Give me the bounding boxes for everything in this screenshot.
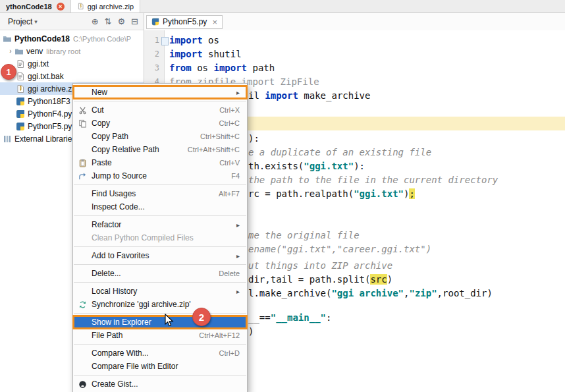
menu-item-label: Refactor bbox=[92, 220, 121, 229]
text-icon bbox=[16, 59, 25, 69]
locate-file-icon[interactable]: ⊕ bbox=[92, 17, 99, 26]
menu-item-local-history[interactable]: Local History▸ bbox=[73, 285, 247, 298]
menu-item-label: Copy Relative Path bbox=[92, 145, 159, 154]
window-tab-label: ythonCode18 bbox=[6, 3, 52, 11]
paste-icon bbox=[77, 158, 88, 167]
menu-item-label: Copy Path bbox=[92, 132, 128, 141]
tree-item-label: PythonCode18 bbox=[14, 34, 70, 43]
menu-item-paste[interactable]: PasteCtrl+V bbox=[73, 156, 247, 169]
menu-item-label: Find Usages bbox=[92, 189, 136, 198]
menu-item-add-to-favorites[interactable]: Add to Favorites▸ bbox=[73, 249, 247, 262]
tree-item-label: ggi archive.zip bbox=[28, 84, 78, 94]
menu-item-jump-to-source[interactable]: Jump to SourceF4 bbox=[73, 169, 247, 182]
chevron-down-icon[interactable]: ▾ bbox=[34, 18, 38, 25]
tree-item-label: External Libraries bbox=[14, 134, 76, 144]
menu-item-refactor[interactable]: Refactor▸ bbox=[73, 218, 247, 231]
import-marker-icon bbox=[161, 37, 169, 45]
hide-panel-icon[interactable]: ⊟ bbox=[131, 17, 138, 26]
menu-separator bbox=[74, 246, 246, 247]
menu-item-file-path[interactable]: File PathCtrl+Alt+F12 bbox=[73, 329, 247, 342]
menu-item-label: Cut bbox=[92, 105, 104, 115]
code-token: from bbox=[169, 63, 197, 73]
menu-item-compare-with[interactable]: Compare With...Ctrl+D bbox=[73, 347, 247, 360]
chevron-right-icon[interactable]: › bbox=[7, 47, 14, 55]
close-icon[interactable]: × bbox=[212, 18, 217, 26]
menu-item-shortcut: Alt+F7 bbox=[208, 190, 240, 198]
menu-item-clean-python-compiled-files: Clean Python Compiled Files bbox=[73, 231, 247, 244]
menu-item-label: New bbox=[92, 88, 107, 97]
menu-item-create-gist[interactable]: Create Gist... bbox=[73, 378, 247, 391]
menu-item-icon-slot bbox=[77, 251, 88, 260]
window-tab-ggi-archive[interactable]: ggi archive.zip bbox=[71, 0, 140, 13]
code-token: th.exists( bbox=[248, 161, 304, 171]
python-file-icon bbox=[151, 18, 159, 26]
project-toolbar: Project ▾ ⊕⇅⚙⊟ bbox=[0, 13, 144, 30]
menu-item-label: Compare File with Editor bbox=[92, 362, 178, 371]
menu-item-find-usages[interactable]: Find UsagesAlt+F7 bbox=[73, 187, 247, 200]
code-token: src bbox=[370, 274, 387, 285]
settings-gear-icon[interactable]: ⚙ bbox=[117, 17, 125, 26]
tree-item-ggi-txt[interactable]: ggi.txt bbox=[0, 57, 144, 70]
code-token: shutil bbox=[208, 49, 242, 59]
code-token: l.make_archive( bbox=[248, 288, 331, 298]
menu-separator bbox=[74, 375, 246, 376]
code-token: ename("ggi.txt","career.ggi.txt") bbox=[248, 244, 431, 254]
menu-item-shortcut: Ctrl+C bbox=[209, 119, 240, 127]
editor-tab-pythonf5[interactable]: PythonF5.py × bbox=[146, 15, 223, 29]
code-token: "ggi.txt" bbox=[354, 188, 404, 199]
code-token: : bbox=[326, 312, 331, 323]
code-token: the path to the file in the current dire… bbox=[248, 175, 498, 185]
tree-item-venv[interactable]: ›venvlibrary root bbox=[0, 45, 144, 57]
menu-item-icon-slot bbox=[77, 202, 88, 211]
code-token: ): bbox=[248, 133, 259, 144]
menu-item-icon-slot bbox=[77, 145, 88, 154]
menu-item-cut[interactable]: CutCtrl+X bbox=[73, 103, 247, 117]
python-icon bbox=[16, 122, 25, 131]
tree-item-ggi-txt-bak[interactable]: ggi.txt.bak bbox=[0, 70, 144, 82]
code-token: os bbox=[197, 63, 213, 73]
menu-item-new[interactable]: New▸ bbox=[73, 86, 247, 99]
project-panel-title[interactable]: Project bbox=[8, 17, 32, 26]
menu-item-label: Synchronize 'ggi archive.zip' bbox=[92, 300, 191, 309]
jump-icon bbox=[77, 171, 88, 181]
menu-item-shortcut: Ctrl+D bbox=[209, 349, 240, 357]
menu-item-synchronize-ggi-archive-zip[interactable]: Synchronize 'ggi archive.zip' bbox=[73, 298, 247, 311]
expand-collapse-icon[interactable]: ⇅ bbox=[105, 17, 112, 26]
context-menu: New▸CutCtrl+XCopyCtrl+CCopy PathCtrl+Shi… bbox=[72, 83, 248, 392]
menu-item-label: Paste bbox=[92, 158, 112, 167]
menu-item-show-in-explorer[interactable]: Show in Explorer bbox=[73, 316, 247, 329]
code-line[interactable]: from os import path bbox=[144, 61, 565, 75]
tree-item-label: ggi.txt.bak bbox=[28, 72, 64, 81]
tree-item-label: PythonF4.py bbox=[28, 109, 72, 119]
scissors-icon bbox=[77, 105, 88, 115]
menu-item-inspect-code[interactable]: Inspect Code... bbox=[73, 200, 247, 213]
code-token: e a duplicate of an existing file bbox=[248, 147, 431, 157]
menu-item-icon-slot bbox=[77, 220, 88, 229]
menu-item-compare-file-with-editor[interactable]: Compare File with Editor bbox=[73, 360, 247, 373]
code-token: ; bbox=[409, 188, 414, 199]
tree-item-pythoncode18[interactable]: PythonCode18C:\Python Code\P bbox=[0, 32, 144, 45]
code-line[interactable]: import os bbox=[144, 34, 565, 47]
close-icon[interactable]: × bbox=[57, 3, 65, 11]
code-token: "__main__" bbox=[271, 312, 326, 323]
menu-separator bbox=[74, 344, 246, 345]
code-token: path bbox=[252, 63, 275, 73]
code-token: import bbox=[265, 90, 304, 101]
menu-item-delete[interactable]: Delete...Delete bbox=[73, 267, 247, 280]
menu-item-label: Clean Python Compiled Files bbox=[92, 233, 194, 242]
menu-item-copy-relative-path[interactable]: Copy Relative PathCtrl+Alt+Shift+C bbox=[73, 143, 247, 156]
editor-tab-strip: PythonF5.py × bbox=[144, 13, 565, 31]
menu-separator bbox=[74, 215, 246, 216]
text-icon bbox=[16, 72, 25, 81]
menu-item-shortcut: Delete bbox=[208, 269, 240, 277]
window-tab-pythoncode18[interactable]: ythonCode18 × bbox=[0, 0, 71, 13]
code-token: import bbox=[169, 49, 208, 59]
menu-item-copy-path[interactable]: Copy PathCtrl+Shift+C bbox=[73, 130, 247, 143]
libs-icon bbox=[3, 134, 12, 144]
folder-icon bbox=[14, 47, 24, 56]
menu-item-label: Local History bbox=[92, 287, 137, 296]
menu-item-label: Inspect Code... bbox=[92, 202, 145, 211]
menu-item-copy[interactable]: CopyCtrl+C bbox=[73, 117, 247, 130]
menu-item-icon-slot bbox=[77, 132, 88, 141]
code-line[interactable]: import shutil bbox=[144, 47, 565, 61]
